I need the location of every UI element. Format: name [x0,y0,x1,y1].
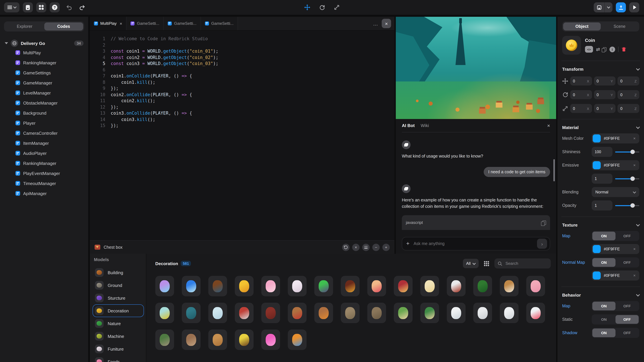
editor-tab-gamesetti[interactable]: GameSetti... [164,17,201,30]
editor-tab-gamesetti[interactable]: GameSetti... [126,17,164,30]
category-sturcture[interactable]: Sturcture [92,292,144,304]
sidebar-item-gamesettings[interactable]: GameSettings [4,68,84,78]
asset-frying-pan[interactable] [473,303,492,323]
save-menu-button[interactable] [604,2,612,12]
asset-treasure-chest[interactable] [394,276,412,296]
asset-wooden-chest[interactable] [208,276,227,296]
toggle-off[interactable]: OFF [616,258,639,267]
sidebar-item-audioplayer[interactable]: AudioPlayer [4,148,84,158]
sidebar-item-multiplay[interactable]: MultiPlay [4,48,84,58]
project-card-button[interactable] [23,2,33,12]
behavior-section-header[interactable]: Behavior [562,293,639,298]
asset-crystal[interactable] [155,276,174,296]
category-nature[interactable]: Nature [92,317,144,330]
transform-input-x[interactable]: 0X [570,104,592,113]
asset-orange-crate[interactable] [314,303,333,323]
editor-tab-multiplay[interactable]: MultiPlay× [90,17,126,30]
clear-icon[interactable]: × [352,244,360,251]
asset-vase[interactable] [420,276,439,296]
toggle-map[interactable]: ONOFF [592,301,639,311]
color-swatch[interactable] [593,134,601,142]
chat-input[interactable] [413,241,534,246]
asset-aloe-plant[interactable] [420,303,439,323]
sidebar-item-background[interactable]: Background [4,108,84,118]
asset-wooden-cart[interactable] [208,330,227,350]
save-button[interactable] [594,2,604,12]
toggle-off[interactable]: OFF [616,232,639,240]
asset-water-jug[interactable] [447,303,466,323]
toggle-on[interactable]: ON [592,329,616,337]
lines-icon[interactable] [362,244,370,251]
editor-tab-gamesetti[interactable]: GameSetti... [201,17,238,30]
scale-tool-button[interactable] [333,4,340,11]
sidebar-item-player[interactable]: Player [4,118,84,128]
transform-input-y[interactable]: 0Y [594,90,616,99]
color-swatch[interactable] [593,161,601,169]
shininess-value[interactable]: 100 [592,147,612,157]
transform-input-z[interactable]: 0Z [618,76,639,85]
code-area[interactable]: 123456789101112131415 // Welcome to Code… [90,30,394,240]
asset-apple-crate[interactable] [288,303,306,323]
tab-object[interactable]: Object [563,22,601,30]
transform-input-y[interactable]: 0Y [594,104,616,113]
redo-button[interactable] [78,3,86,12]
asset-cardboard-box[interactable] [341,303,360,323]
search-input[interactable] [505,261,542,266]
clear-color-icon[interactable]: × [633,163,638,168]
tab-wiki[interactable]: Wiki [421,123,429,128]
asset-book-stack[interactable] [341,276,360,296]
asset-ice-bottle[interactable] [208,303,227,323]
sidebar-item-apimanager[interactable]: ApiManager [4,188,84,198]
move-tool-button[interactable] [304,4,311,11]
color-swatch[interactable] [593,272,601,280]
toggle-normal-map[interactable]: ONOFF [592,257,639,268]
publish-button[interactable] [616,2,626,12]
sidebar-item-levelmanager[interactable]: LevelManager [4,88,84,98]
sidebar-item-timeoutmanager[interactable]: TimeoutManager [4,178,84,188]
toggle-on[interactable]: ON [592,232,616,240]
tab-close-icon[interactable]: × [120,21,122,26]
asset-pink-books[interactable] [526,276,545,296]
material-section-header[interactable]: Material [562,125,639,130]
blending-select[interactable]: Normal [592,187,639,197]
texture-color-input[interactable]: #0F9FFE× [592,271,639,281]
category-ground[interactable]: Ground [92,279,144,292]
rotate-tool-button[interactable] [318,4,326,11]
zoom-in-icon[interactable]: + [382,244,390,251]
swap-icon[interactable]: ⇄ [596,46,600,52]
color-swatch[interactable] [593,245,601,253]
sidebar-item-obstaclemanager[interactable]: ObstacleManager [4,98,84,108]
chat-scrollbar[interactable] [554,159,555,181]
undo-button[interactable] [64,3,73,12]
attach-icon[interactable]: + [406,240,410,247]
assets-blocks-button[interactable] [36,2,46,12]
code-icon[interactable]: <> [585,46,593,53]
asset-donut[interactable] [261,276,280,296]
toggle-on[interactable]: ON [592,315,616,324]
game-viewport[interactable] [396,17,556,119]
project-row[interactable]: Delivery Go 34 [4,39,84,48]
asset-cauldron[interactable] [314,276,333,296]
play-button[interactable] [629,2,639,12]
grid-view-button[interactable] [484,261,489,266]
toggle-on[interactable]: ON [592,258,616,267]
emissive-value[interactable]: 1 [592,174,612,184]
send-button[interactable]: › [537,239,547,249]
asset-gold-coin[interactable] [235,276,254,296]
asset-christmas-tree[interactable] [473,276,492,296]
help-button[interactable]: ? [50,2,60,12]
toggle-off[interactable]: OFF [616,315,639,324]
category-decoration[interactable]: Decoration [92,304,144,317]
sidebar-item-gamemanager[interactable]: GameManager [4,78,84,88]
opacity-value[interactable]: 1 [592,200,612,211]
tab-scene[interactable]: Scene [601,22,638,30]
mesh-color-input[interactable]: #0F9FFE × [592,133,639,143]
category-foods[interactable]: Foods [92,355,144,362]
toggle-static[interactable]: ONOFF [592,314,639,325]
transform-input-z[interactable]: 0Z [618,104,639,113]
shininess-slider[interactable] [615,151,639,152]
delete-icon[interactable] [621,47,626,52]
clear-color-icon[interactable]: × [633,136,638,141]
asset-potted-cactus[interactable] [394,303,412,323]
texture-section-header[interactable]: Texture [562,223,639,228]
